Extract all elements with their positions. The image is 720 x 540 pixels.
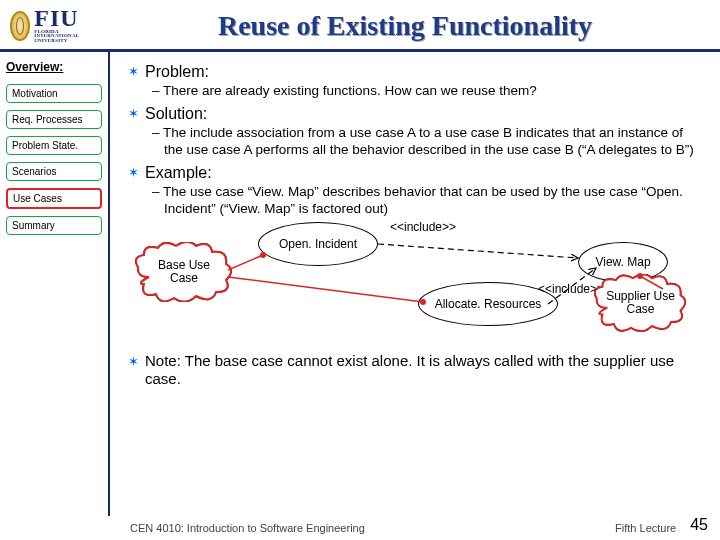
svg-line-0 xyxy=(378,244,578,258)
sidebar-item-scenarios[interactable]: Scenarios xyxy=(6,162,102,181)
callout-line-1 xyxy=(228,252,268,277)
footer-course: CEN 4010: Introduction to Software Engin… xyxy=(130,522,615,534)
bullet-icon: ✶ xyxy=(128,354,139,370)
logo-text: FIU xyxy=(34,8,100,30)
bullet-note: ✶Note: The base case cannot exist alone.… xyxy=(128,352,702,388)
callout-line-2 xyxy=(228,272,428,312)
bullet-icon: ✶ xyxy=(128,64,139,80)
seal-icon xyxy=(10,11,30,41)
footer: CEN 4010: Introduction to Software Engin… xyxy=(0,516,720,540)
bullet-icon: ✶ xyxy=(128,165,139,181)
sidebar-item-use-cases[interactable]: Use Cases xyxy=(6,188,102,209)
sidebar-item-problem-state[interactable]: Problem State. xyxy=(6,136,102,155)
callout-supplier-label: Supplier Use Case xyxy=(593,274,688,332)
bullet-solution: ✶Solution: xyxy=(128,104,702,123)
subbullet-example: – The use case “View. Map” describes beh… xyxy=(152,184,702,218)
logo-subtext: FLORIDA INTERNATIONAL UNIVERSITY xyxy=(34,30,100,44)
slide-title: Reuse of Existing Functionality xyxy=(100,10,710,42)
arrow-1 xyxy=(378,238,588,278)
callout-supplier-use-case: Supplier Use Case xyxy=(593,274,688,332)
slide: FIU FLORIDA INTERNATIONAL UNIVERSITY Reu… xyxy=(0,0,720,540)
bullet-list-2: ✶Note: The base case cannot exist alone.… xyxy=(128,352,702,388)
usecase-open-incident: Open. Incident xyxy=(258,222,378,266)
usecase-allocate-resources: Allocate. Resources xyxy=(418,282,558,326)
bullet-example-text: Example: xyxy=(145,163,212,182)
bullet-solution-text: Solution: xyxy=(145,104,207,123)
svg-line-4 xyxy=(228,277,423,302)
usecase-diagram: <<include>> Open. Incident Allocate. Res… xyxy=(128,222,688,352)
bullet-note-text: Note: The base case cannot exist alone. … xyxy=(145,352,702,388)
logo-text-wrap: FIU FLORIDA INTERNATIONAL UNIVERSITY xyxy=(34,8,100,43)
bullet-problem: ✶Problem: xyxy=(128,62,702,81)
bullet-example: ✶Example: xyxy=(128,163,702,182)
sidebar-nav: Motivation Req. Processes Problem State.… xyxy=(6,84,102,235)
footer-lecture: Fifth Lecture xyxy=(615,522,676,534)
sidebar-item-motivation[interactable]: Motivation xyxy=(6,84,102,103)
sidebar-item-req-processes[interactable]: Req. Processes xyxy=(6,110,102,129)
page-number: 45 xyxy=(690,516,708,534)
subbullet-problem: – There are already existing functions. … xyxy=(152,83,702,100)
callout-base-label: Base Use Case xyxy=(134,242,234,302)
callout-base-use-case: Base Use Case xyxy=(134,242,234,302)
content-area: ✶Problem: – There are already existing f… xyxy=(110,52,720,516)
bullet-problem-text: Problem: xyxy=(145,62,209,81)
subbullet-solution: – The include association from a use cas… xyxy=(152,125,702,159)
fiu-logo: FIU FLORIDA INTERNATIONAL UNIVERSITY xyxy=(10,6,100,46)
sidebar: Overview: Motivation Req. Processes Prob… xyxy=(0,52,110,516)
sidebar-heading: Overview: xyxy=(6,60,102,74)
include-label-1: <<include>> xyxy=(390,220,456,234)
sidebar-item-summary[interactable]: Summary xyxy=(6,216,102,235)
slide-body: Overview: Motivation Req. Processes Prob… xyxy=(0,52,720,516)
bullet-icon: ✶ xyxy=(128,106,139,122)
title-bar: FIU FLORIDA INTERNATIONAL UNIVERSITY Reu… xyxy=(0,0,720,52)
bullet-list: ✶Problem: – There are already existing f… xyxy=(128,62,702,218)
